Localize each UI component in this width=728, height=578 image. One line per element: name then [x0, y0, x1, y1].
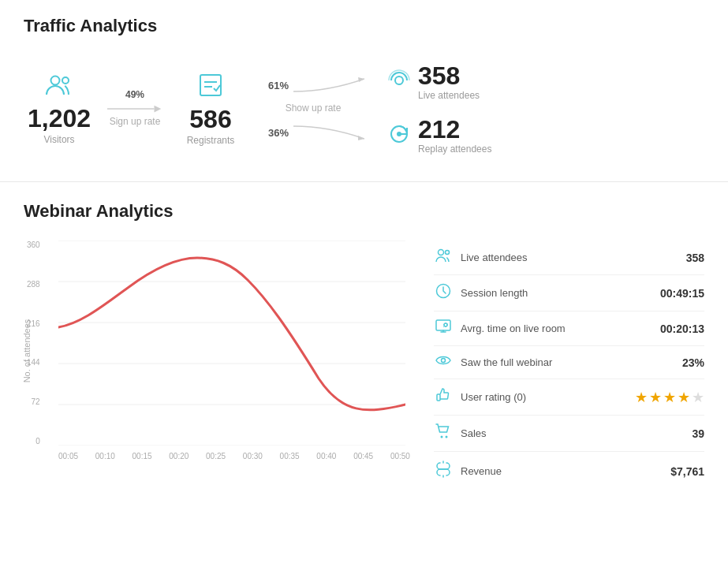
stat-eye-icon [434, 354, 453, 371]
star-5: ★ [692, 389, 704, 406]
svg-point-25 [441, 436, 443, 438]
stat-row-revenue: Revenue $7,761 [434, 452, 704, 490]
x-label-0045: 00:45 [353, 452, 373, 461]
traffic-flow: 1,202 Visitors 49% Sign up rate [24, 55, 704, 162]
stat-revenue-value: $7,761 [670, 465, 704, 478]
stat-revenue-name: Revenue [461, 465, 663, 477]
svg-rect-4 [200, 75, 221, 95]
star-3: ★ [663, 389, 676, 406]
attendees-column: 358 Live attendees 212 Replay attendees [388, 63, 491, 155]
showup-top-branch: 61% [262, 76, 364, 95]
webinar-body: 360 288 216 144 72 0 No. of attendees [24, 241, 704, 490]
stat-row-avg-time: Avrg. time on live room 00:20:13 [434, 311, 704, 346]
star-4: ★ [678, 389, 690, 406]
chart-svg [58, 241, 405, 446]
showup-top-pct: 61% [262, 80, 289, 91]
x-label-0035: 00:35 [280, 452, 300, 461]
stat-cart-icon [434, 423, 453, 443]
stat-row-user-rating: User rating (0) ★ ★ ★ ★ ★ [434, 379, 704, 416]
traffic-analytics-section: Traffic Analytics 1,202 Visitors 49% [0, 0, 728, 182]
live-attendees-number: 358 [418, 63, 480, 88]
x-label-0025: 00:25 [206, 452, 226, 461]
showup-rate-label: Show up rate [286, 103, 342, 114]
live-attendees-info: 358 Live attendees [418, 63, 480, 101]
visitors-number: 1,202 [28, 106, 91, 131]
star-rating: ★ ★ ★ ★ ★ [635, 389, 704, 406]
stat-row-sales: Sales 39 [434, 416, 704, 452]
signup-rate-pct: 49% [125, 89, 144, 100]
stat-screen-icon [434, 319, 453, 337]
svg-marker-3 [155, 106, 162, 113]
replay-attendees-node: 212 Replay attendees [388, 117, 491, 155]
stat-money-icon [434, 460, 453, 483]
stat-session-length-name: Session length [461, 287, 652, 299]
stat-live-attendees-name: Live attendees [461, 252, 678, 263]
showup-bottom-pct: 36% [262, 127, 289, 139]
svg-point-23 [442, 359, 446, 363]
replay-attendees-label: Replay attendees [418, 144, 491, 155]
stat-row-live-attendees: Live attendees 358 [434, 241, 704, 275]
stat-saw-full-value: 23% [682, 356, 704, 369]
svg-point-26 [446, 436, 448, 438]
signup-rate-label: Sign up rate [110, 116, 161, 127]
x-label-0005: 00:05 [58, 452, 78, 461]
chart-container: 360 288 216 144 72 0 No. of attendees [24, 241, 410, 490]
stat-session-length-value: 00:49:15 [660, 287, 704, 300]
signup-arrow-line [107, 102, 162, 116]
y-label-0: 0 [35, 437, 40, 446]
svg-point-18 [439, 250, 444, 255]
signup-arrow: 49% Sign up rate [107, 89, 162, 129]
stat-avg-time-value: 00:20:13 [660, 323, 704, 335]
live-attendees-icon [388, 69, 410, 95]
svg-point-0 [51, 76, 60, 84]
visitors-label: Visitors [43, 134, 74, 145]
live-attendees-label: Live attendees [418, 90, 480, 101]
svg-point-11 [397, 132, 401, 136]
replay-attendees-icon [388, 123, 410, 148]
svg-point-22 [444, 323, 447, 326]
registrants-node: 586 Registrants [175, 73, 246, 146]
stat-sales-name: Sales [461, 427, 684, 439]
star-1: ★ [635, 389, 648, 406]
registrants-number: 586 [189, 106, 231, 132]
stat-saw-full-name: Saw the full webinar [461, 356, 674, 368]
x-label-0020: 00:20 [169, 452, 189, 461]
showup-fork: 61% Show up rate 36% [262, 76, 364, 142]
showup-bottom-branch: 36% [262, 123, 364, 142]
svg-rect-24 [437, 394, 440, 401]
y-label-288: 288 [27, 280, 40, 289]
replay-attendees-info: 212 Replay attendees [418, 117, 491, 155]
visitors-node: 1,202 Visitors [24, 73, 95, 145]
stat-row-saw-full: Saw the full webinar 23% [434, 346, 704, 379]
stat-thumbsup-icon [434, 387, 453, 407]
x-label-0010: 00:10 [95, 452, 115, 461]
webinar-analytics-section: Webinar Analytics 360 288 216 144 72 0 N… [0, 182, 728, 506]
chart-x-labels: 00:05 00:10 00:15 00:20 00:25 00:30 00:3… [58, 452, 410, 461]
svg-point-9 [395, 76, 403, 84]
registrants-label: Registrants [187, 135, 235, 146]
visitors-icon [45, 73, 73, 101]
registrants-icon [198, 73, 223, 102]
traffic-analytics-title: Traffic Analytics [24, 16, 704, 36]
stat-live-attendees-value: 358 [686, 252, 704, 264]
stat-row-session-length: Session length 00:49:15 [434, 275, 704, 311]
stat-sales-value: 39 [692, 427, 704, 440]
replay-attendees-number: 212 [418, 117, 491, 142]
x-label-0040: 00:40 [316, 452, 336, 461]
star-2: ★ [649, 389, 662, 406]
stat-people-icon [434, 248, 453, 267]
stat-user-rating-name: User rating (0) [461, 391, 627, 403]
svg-point-19 [446, 251, 450, 255]
svg-point-1 [62, 77, 69, 84]
x-label-0030: 00:30 [243, 452, 263, 461]
chart-y-axis-label: No. of attendees [22, 319, 32, 382]
y-label-360: 360 [27, 241, 40, 249]
chart-area: 360 288 216 144 72 0 No. of attendees [58, 241, 410, 461]
stat-clock-icon [434, 283, 453, 303]
webinar-analytics-title: Webinar Analytics [24, 201, 704, 222]
x-label-0050: 00:50 [390, 452, 410, 461]
stat-avg-time-name: Avrg. time on live room [461, 323, 652, 334]
live-attendees-node: 358 Live attendees [388, 63, 491, 101]
y-label-72: 72 [32, 397, 40, 406]
x-label-0015: 00:15 [133, 452, 152, 461]
